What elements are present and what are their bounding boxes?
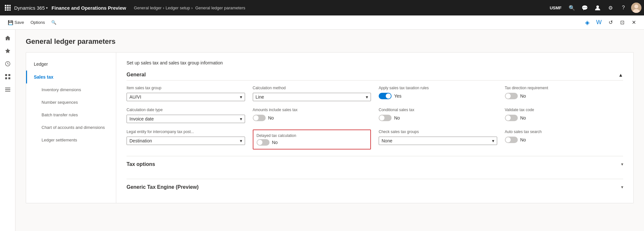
section-description: Set up sales tax and sales tax group inf… [127,60,623,65]
calculation-date-type-label: Calculation date type [127,108,245,112]
auto-sales-tax-search-toggle-container: No [505,137,623,143]
form-area: Set up sales tax and sales tax group inf… [116,53,633,203]
apply-sales-tax-toggle[interactable] [379,93,392,99]
apply-sales-tax-track [379,93,392,99]
check-sales-tax-groups-dropdown[interactable]: None ▾ [379,137,497,145]
delayed-tax-toggle-container: No [257,139,367,146]
breadcrumb: General ledger › Ledger setup › General … [134,5,550,10]
validate-tax-code-thumb [506,115,511,120]
star-icon[interactable] [2,45,14,57]
calculation-date-type-field: Calculation date type Invoice date ▾ [127,108,245,123]
grid-icon[interactable] [2,71,14,82]
general-section-title: General [127,72,146,78]
item-sales-tax-group-label: Item sales tax group [127,86,245,90]
item-sales-tax-group-dropdown[interactable]: AU/VI ▾ [127,93,245,101]
tax-direction-toggle[interactable] [505,93,518,99]
dropdown-arrow-icon: ▾ [366,94,368,100]
tax-direction-thumb [506,93,511,99]
legal-entity-intercompany-dropdown[interactable]: Destination ▾ [127,137,245,145]
pin-icon[interactable]: ◈ [582,17,592,28]
left-sidebar [0,30,15,231]
clock-icon[interactable] [2,58,14,70]
svg-rect-4 [7,7,9,9]
layout: General ledger parameters Ledger Sales t… [0,30,644,231]
close-icon[interactable]: ✕ [629,17,639,28]
nav-ledger[interactable]: Ledger [26,58,116,71]
svg-rect-19 [5,91,10,91]
apply-sales-tax-field: Apply sales tax taxation rules Yes [379,86,497,101]
save-button[interactable]: 💾 Save [5,19,27,26]
home-icon[interactable] [2,32,14,44]
form-row-1: Item sales tax group AU/VI ▾ Calculation… [127,86,623,101]
tax-direction-field: Tax direction requirement No [505,86,623,101]
amounts-include-thumb [253,115,259,120]
svg-rect-5 [9,7,11,9]
options-button[interactable]: Options [28,19,48,26]
action-bar: 💾 Save Options 🔍 ◈ W ↺ ⊡ ✕ [0,15,644,30]
calculation-date-type-dropdown[interactable]: Invoice date ▾ [127,115,245,123]
general-collapse-icon[interactable]: ▲ [618,72,623,78]
generic-tax-engine-collapse-icon: ▾ [621,185,623,189]
conditional-sales-tax-field: Conditional sales tax No [379,108,497,123]
save-icon: 💾 [8,20,13,25]
refresh-icon[interactable]: ↺ [605,17,616,28]
user-icon[interactable] [592,3,603,13]
avatar[interactable] [631,3,641,13]
breadcrumb-general-ledger[interactable]: General ledger [134,5,162,10]
apply-sales-tax-label: Apply sales tax taxation rules [379,86,497,90]
auto-sales-tax-search-field: Auto sales tax search No [505,130,623,149]
check-sales-tax-groups-field: Check sales tax groups None ▾ [379,130,497,149]
message-icon[interactable]: 💬 [580,3,590,13]
nav-ledger-settlements[interactable]: Ledger settlements [26,134,116,146]
generic-tax-engine-title: Generic Tax Engine (Preview) [127,184,199,190]
conditional-sales-tax-toggle[interactable] [379,115,392,121]
delayed-tax-calculation-field: Delayed tax calculation No [253,130,371,149]
generic-tax-engine-header[interactable]: Generic Tax Engine (Preview) ▾ [127,179,623,195]
amounts-include-track [253,115,266,121]
module-title: Finance and Operations Preview [52,5,126,11]
help-icon[interactable]: ? [618,3,629,13]
word-icon[interactable]: W [594,17,604,28]
top-right: USMF 🔍 💬 ⚙ ? [550,3,641,13]
search-action-icon: 🔍 [51,20,56,25]
svg-rect-0 [5,5,6,6]
tax-direction-value: No [520,93,526,99]
svg-rect-16 [8,77,10,79]
amounts-include-toggle-container: No [253,115,371,121]
conditional-sales-tax-track [379,115,392,121]
conditional-sales-tax-thumb [379,115,384,120]
amounts-include-toggle[interactable] [253,115,266,121]
amounts-include-value: No [268,115,274,120]
search-action-button[interactable]: 🔍 [49,19,59,26]
app-name[interactable]: Dynamics 365 ▾ [14,5,48,11]
list-icon[interactable] [2,84,14,95]
nav-inventory-dimensions[interactable]: Inventory dimensions [26,83,116,96]
delayed-tax-toggle[interactable] [257,139,270,146]
legal-entity-intercompany-label: Legal entity for intercompany tax post..… [127,130,245,134]
auto-sales-tax-search-toggle[interactable] [505,137,518,143]
nav-batch-transfer-rules[interactable]: Batch transfer rules [26,109,116,121]
nav-number-sequences[interactable]: Number sequences [26,96,116,109]
dropdown-arrow-icon: ▾ [240,116,242,121]
validate-tax-code-value: No [520,115,526,120]
waffle-icon[interactable] [3,3,13,13]
form-row-2: Calculation date type Invoice date ▾ Amo… [127,108,623,123]
conditional-sales-tax-label: Conditional sales tax [379,108,497,112]
calculation-method-dropdown[interactable]: Line ▾ [253,93,371,101]
svg-rect-17 [5,88,10,88]
search-icon[interactable]: 🔍 [567,3,577,13]
expand-icon[interactable]: ⊡ [617,17,627,28]
breadcrumb-sep-2: › [191,5,193,10]
breadcrumb-current: General ledger parameters [195,5,245,10]
general-section-header: General ▲ [127,72,623,81]
nav-chart-accounts[interactable]: Chart of accounts and dimensions [26,121,116,134]
validate-tax-code-toggle[interactable] [505,115,518,121]
amounts-include-sales-tax-field: Amounts include sales tax No [253,108,371,123]
svg-rect-18 [5,89,10,90]
nav-sales-tax[interactable]: Sales tax [26,71,116,83]
settings-icon[interactable]: ⚙ [605,3,616,13]
tax-options-title: Tax options [127,161,155,167]
breadcrumb-ledger-setup[interactable]: Ledger setup [166,5,190,10]
delayed-tax-highlight-box: Delayed tax calculation No [253,130,371,149]
tax-options-header[interactable]: Tax options ▾ [127,156,623,172]
